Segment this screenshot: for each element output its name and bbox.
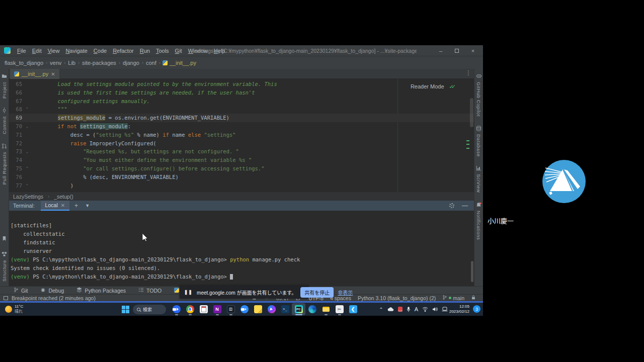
breadcrumb-item-flask_to_django[interactable]: flask_to_django bbox=[4, 60, 44, 66]
menu-edit[interactable]: Edit bbox=[29, 48, 45, 54]
code-line-77: 77⌃ ) bbox=[9, 182, 474, 190]
toolwindow-python-packages[interactable]: Python Packages bbox=[76, 287, 126, 294]
taskbar-clock[interactable]: 12:05 2023/02/12 bbox=[449, 304, 469, 315]
status-item[interactable]: Python 3.10 (flask_to_django) (2) bbox=[358, 295, 436, 301]
taskbar-onenote-icon[interactable]: N bbox=[210, 303, 224, 315]
terminal-scrollbar[interactable] bbox=[471, 261, 473, 282]
breadcrumb-item-Lib[interactable]: Lib bbox=[67, 60, 76, 66]
terminal-line: [staticfiles] bbox=[11, 221, 474, 230]
tray-cloud-icon[interactable] bbox=[387, 307, 394, 312]
todo-icon bbox=[138, 287, 144, 294]
menu-run[interactable]: Run bbox=[137, 48, 153, 54]
taskbar-notes-icon[interactable] bbox=[197, 303, 210, 315]
bookmark-icon bbox=[2, 236, 7, 242]
taskbar-messenger-icon[interactable] bbox=[265, 303, 278, 315]
tab-init-py[interactable]: __init__.py ✕ bbox=[10, 69, 59, 79]
minimize-panel-icon[interactable]: — bbox=[462, 202, 468, 209]
toolwindow-git[interactable]: Git bbox=[14, 287, 28, 294]
menu-file[interactable]: File bbox=[14, 48, 29, 54]
fold-icon[interactable]: ⌃ bbox=[22, 105, 32, 114]
layout-icon[interactable] bbox=[4, 296, 8, 300]
fold-icon[interactable]: ⌃ bbox=[22, 182, 32, 190]
git-branch-widget[interactable]: main bbox=[442, 295, 464, 301]
close-tab-icon[interactable]: ✕ bbox=[51, 71, 55, 77]
tool-stripe-structure[interactable]: Structure bbox=[2, 251, 7, 282]
breadcrumb-method[interactable]: _setup() bbox=[54, 194, 73, 200]
editor-scrollbar[interactable] bbox=[470, 98, 473, 127]
taskbar-devapp-icon[interactable]: ◫ bbox=[224, 303, 237, 315]
close-terminal-tab-icon[interactable]: ✕ bbox=[61, 203, 65, 208]
close-button[interactable]: × bbox=[465, 45, 481, 56]
menu-navigate[interactable]: Navigate bbox=[62, 48, 90, 54]
menu-refactor[interactable]: Refactor bbox=[110, 48, 137, 54]
terminal-output[interactable]: [staticfiles] collectstatic findstatic r… bbox=[9, 211, 474, 286]
tool-stripe-project[interactable]: Project bbox=[2, 73, 7, 99]
breadcrumb-item-site-packages[interactable]: site-packages bbox=[82, 60, 117, 66]
breadcrumb-item-django[interactable]: django bbox=[122, 60, 140, 66]
terminal-settings-gear-icon[interactable] bbox=[449, 203, 454, 208]
maximize-button[interactable] bbox=[449, 45, 465, 56]
tray-volume-icon[interactable] bbox=[432, 307, 438, 312]
double-check-icon: ✓✓ bbox=[449, 82, 456, 91]
weather-widget[interactable]: 11°C 晴れ bbox=[5, 304, 23, 314]
menu-code[interactable]: Code bbox=[91, 48, 110, 54]
menu-tools[interactable]: Tools bbox=[153, 48, 172, 54]
taskbar-zoom-icon[interactable] bbox=[237, 303, 251, 315]
fold-icon[interactable]: ⌃ bbox=[22, 164, 32, 173]
fold-icon[interactable]: ⌄ bbox=[22, 122, 32, 131]
tool-stripe-notifications[interactable]: Notifications bbox=[476, 202, 481, 240]
reader-mode-hint[interactable]: Reader Mode ✓✓ bbox=[411, 82, 456, 91]
terminal-tab-local[interactable]: Local ✕ bbox=[41, 201, 70, 211]
tool-stripe-commit[interactable]: Commit bbox=[2, 108, 7, 134]
lock-icon[interactable] bbox=[471, 295, 476, 301]
taskbar-snipping-icon[interactable]: ✂ bbox=[333, 303, 346, 315]
breadcrumb-item-venv[interactable]: venv bbox=[49, 60, 62, 66]
menu-view[interactable]: View bbox=[45, 48, 63, 54]
breadcrumb-separator: › bbox=[157, 60, 163, 65]
tool-stripe-github-copilot[interactable]: GitHub Copilot bbox=[476, 73, 482, 117]
tool-stripe-bookmark[interactable] bbox=[2, 236, 7, 242]
taskbar-meet-icon[interactable] bbox=[170, 303, 183, 315]
tool-stripe-sciview[interactable]: SciView bbox=[476, 165, 481, 193]
tray-wifi-icon[interactable] bbox=[422, 307, 428, 312]
breadcrumb-item-conf[interactable]: conf bbox=[145, 60, 157, 66]
taskbar-explorer-icon[interactable] bbox=[319, 303, 333, 315]
menu-git[interactable]: Git bbox=[172, 48, 185, 54]
taskbar-sticky-icon[interactable] bbox=[251, 303, 265, 315]
minimize-button[interactable]: – bbox=[433, 45, 449, 56]
weather-temp: 11°C bbox=[15, 304, 23, 309]
taskbar-chrome-icon[interactable] bbox=[183, 303, 197, 315]
tray-chevup-icon[interactable]: ⌃ bbox=[379, 307, 383, 312]
editor-tab-bar: __init__.py ✕ ⋮ bbox=[9, 69, 474, 79]
stop-sharing-button[interactable]: 共有を停止 bbox=[300, 287, 334, 298]
tool-stripe-database[interactable]: Database bbox=[476, 126, 481, 157]
toolwindow-todo[interactable]: TODO bbox=[138, 287, 162, 294]
fold-icon[interactable]: ⌄ bbox=[22, 147, 32, 156]
breadcrumb-item-file[interactable]: __init__.py bbox=[163, 60, 196, 66]
taskbar-search[interactable]: 検索 bbox=[133, 305, 166, 314]
code-editor[interactable]: 65 Load the settings module pointed to b… bbox=[9, 79, 474, 192]
toolwindow-debug[interactable]: Debug bbox=[40, 287, 64, 294]
vcs-change-mark bbox=[466, 148, 469, 149]
start-button[interactable] bbox=[122, 306, 129, 313]
tray-rec-icon[interactable] bbox=[398, 307, 403, 312]
tray-ime-icon[interactable]: A bbox=[415, 306, 418, 312]
tray-laptop-icon[interactable] bbox=[442, 307, 448, 312]
terminal-dropdown-icon[interactable]: ▼ bbox=[83, 203, 92, 208]
taskbar-vscode-icon[interactable]: ❮ bbox=[346, 303, 360, 315]
tray-mic-icon[interactable] bbox=[407, 307, 411, 312]
taskbar-pycharm-icon[interactable] bbox=[292, 303, 305, 315]
breadcrumb-separator: › bbox=[44, 60, 49, 65]
taskbar-terminal-icon[interactable]: >_ bbox=[278, 303, 292, 315]
terminal-line: System check identified no issues (0 sil… bbox=[11, 264, 474, 273]
code-line-66: 66 is used the first time settings are n… bbox=[9, 88, 474, 97]
breadcrumb-class[interactable]: LazySettings bbox=[13, 194, 43, 200]
new-terminal-icon[interactable]: + bbox=[69, 202, 83, 209]
editor-options-kebab-icon[interactable]: ⋮ bbox=[465, 69, 471, 76]
hide-link[interactable]: 非表示 bbox=[338, 289, 353, 296]
taskbar-edge-icon[interactable] bbox=[305, 303, 319, 315]
code-line-74: 74 "You must either define the environme… bbox=[9, 156, 474, 164]
code-line-68: 68⌃ """ bbox=[9, 105, 474, 114]
tool-stripe-pull-requests[interactable]: Pull Requests bbox=[2, 143, 7, 185]
notification-badge[interactable]: 3 bbox=[473, 305, 480, 313]
